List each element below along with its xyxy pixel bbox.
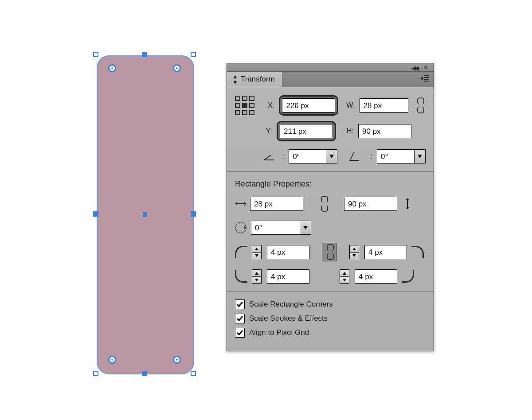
corner-br-icon: [402, 270, 414, 283]
center-anchor[interactable]: [143, 212, 147, 217]
rect-rotate-icon: [235, 222, 246, 233]
resize-handle-tl[interactable]: [93, 52, 98, 57]
corner-bl-stepper[interactable]: [252, 269, 262, 284]
width-icon: ⟷: [235, 199, 246, 209]
link-rect-wh-icon[interactable]: [317, 195, 331, 213]
section-label: Rectangle Properties:: [235, 179, 426, 189]
corner-bl-input[interactable]: 4 px: [267, 269, 309, 284]
live-corner-widget-bl[interactable]: [108, 356, 116, 364]
checkbox-label: Align to Pixel Grid: [249, 328, 309, 337]
resize-handle-br[interactable]: [191, 371, 196, 376]
live-corner-widget-br[interactable]: [173, 356, 181, 364]
corner-tr-input[interactable]: 4 px: [364, 245, 407, 259]
resize-handle-ml[interactable]: [93, 211, 98, 217]
corner-br-input[interactable]: 4 px: [355, 269, 397, 284]
x-field-highlight: 226 px: [279, 95, 338, 116]
rect-rotate-input[interactable]: 0°: [251, 221, 300, 235]
checkbox-scale-corners[interactable]: Scale Rectangle Corners: [235, 299, 426, 309]
y-field-highlight: 211 px: [277, 121, 336, 141]
shear-dropdown-button[interactable]: [414, 149, 426, 163]
rotate-dropdown-button[interactable]: [326, 149, 337, 163]
rect-height-input[interactable]: 90 px: [344, 197, 397, 211]
h-input[interactable]: 90 px: [358, 124, 411, 138]
resize-handle-mr[interactable]: [191, 211, 196, 217]
check-icon: [235, 328, 245, 338]
panel-flyout-menu-icon[interactable]: [420, 75, 429, 82]
shear-input[interactable]: 0°: [377, 149, 414, 163]
divider: [227, 292, 434, 292]
checkbox-label: Scale Rectangle Corners: [249, 300, 333, 309]
checkbox-label: Scale Strokes & Effects: [249, 314, 328, 323]
live-corner-widget-tl[interactable]: [108, 64, 116, 72]
resize-handle-tr[interactable]: [191, 52, 196, 57]
corner-bl-icon: [235, 270, 247, 283]
rotate-dropdown[interactable]: 0°: [289, 149, 337, 163]
corner-tr-icon: [411, 246, 424, 258]
live-corner-widget-tr[interactable]: [173, 64, 181, 72]
corner-tl-input[interactable]: 4 px: [267, 245, 309, 259]
rotate-icon: [264, 152, 273, 160]
rect-width-input[interactable]: 28 px: [250, 197, 303, 211]
corner-tl-stepper[interactable]: [252, 245, 262, 259]
label-h: H:: [340, 127, 354, 135]
w-input[interactable]: 28 px: [360, 98, 408, 113]
tab-expand-icon: ▲▼: [232, 74, 238, 85]
resize-handle-tm[interactable]: [142, 52, 147, 57]
link-corners-icon[interactable]: [322, 243, 337, 261]
shear-dropdown[interactable]: 0°: [377, 149, 426, 163]
corner-br-stepper[interactable]: [340, 269, 349, 284]
checkbox-scale-strokes[interactable]: Scale Strokes & Effects: [235, 314, 426, 323]
corner-tl-icon: [235, 246, 247, 258]
divider: [227, 171, 434, 172]
rotate-input[interactable]: 0°: [289, 149, 326, 163]
height-icon: ⟷: [403, 198, 412, 210]
reference-point-grid[interactable]: [235, 96, 254, 115]
rect-rotate-dropdown[interactable]: 0°: [251, 221, 311, 235]
check-icon: [235, 314, 245, 323]
corner-tr-stepper[interactable]: [349, 245, 359, 259]
link-wh-icon[interactable]: [413, 97, 426, 114]
resize-handle-bm[interactable]: [142, 371, 147, 376]
panel-titlebar[interactable]: ◀◀ ✕: [227, 63, 434, 72]
label-y: Y:: [262, 127, 272, 135]
tab-transform[interactable]: ▲▼ Transform: [227, 72, 282, 87]
transform-panel: ◀◀ ✕ ▲▼ Transform X: 226 px W: 28 px: [227, 63, 434, 351]
close-icon[interactable]: ✕: [423, 64, 428, 71]
tab-label: Transform: [241, 75, 275, 84]
label-x: X:: [266, 101, 274, 109]
y-input[interactable]: 211 px: [280, 124, 333, 138]
checkbox-align-pixel-grid[interactable]: Align to Pixel Grid: [235, 328, 426, 338]
rect-rotate-dropdown-button[interactable]: [300, 221, 311, 235]
shear-icon: [349, 152, 363, 161]
resize-handle-bl[interactable]: [93, 371, 98, 376]
collapse-icon[interactable]: ◀◀: [411, 65, 418, 71]
check-icon: [235, 299, 245, 309]
panel-tab-row: ▲▼ Transform: [227, 72, 434, 87]
x-input[interactable]: 226 px: [282, 98, 335, 113]
label-w: W:: [343, 101, 355, 109]
selected-shape-bbox[interactable]: [91, 50, 198, 378]
